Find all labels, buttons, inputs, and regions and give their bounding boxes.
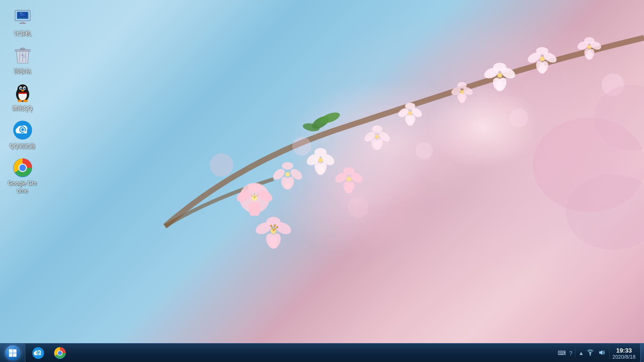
volume-tray-icon[interactable] xyxy=(597,348,606,359)
system-tray: ⌨ ? ▲ xyxy=(555,344,644,362)
svg-point-140 xyxy=(58,351,62,355)
network-tray-icon[interactable] xyxy=(586,348,595,359)
keyboard-tray-icon[interactable]: ⌨ xyxy=(557,349,567,357)
svg-point-124 xyxy=(19,165,26,171)
taskbar-pinned-items xyxy=(25,344,73,362)
desktop-background xyxy=(0,0,644,362)
clock-date: 2020/8/18 xyxy=(612,354,636,360)
taskbar-qqbrowser[interactable] xyxy=(28,344,49,362)
svg-rect-92 xyxy=(20,13,23,14)
qqbrowser-icon-image xyxy=(12,120,33,141)
svg-point-110 xyxy=(17,99,22,102)
tray-small-icons: ⌨ ? xyxy=(555,349,576,358)
svg-point-111 xyxy=(23,99,28,102)
desktop-icons: 计算机 回收站 xyxy=(5,5,40,197)
svg-rect-112 xyxy=(18,92,27,94)
svg-rect-128 xyxy=(13,353,17,357)
qqbrowser-icon[interactable]: QQ浏览器 xyxy=(5,117,40,153)
taskbar-chrome[interactable] xyxy=(50,344,70,362)
qq-icon-image xyxy=(12,82,33,103)
svg-point-141 xyxy=(590,354,591,355)
tray-show-hidden[interactable]: ▲ xyxy=(578,350,584,356)
recycle-icon[interactable]: 回收站 xyxy=(5,42,40,78)
svg-point-107 xyxy=(21,88,22,89)
svg-rect-125 xyxy=(9,349,13,353)
qqbrowser-icon-label: QQ浏览器 xyxy=(9,143,35,150)
svg-point-108 xyxy=(25,88,25,89)
svg-rect-96 xyxy=(20,48,25,50)
taskbar: ⌨ ? ▲ xyxy=(0,343,644,362)
tray-icons: ▲ xyxy=(576,348,609,359)
computer-icon-label: 计算机 xyxy=(14,30,31,38)
recycle-icon-image xyxy=(12,45,33,66)
computer-icon[interactable]: 计算机 xyxy=(5,5,40,40)
svg-point-109 xyxy=(21,90,24,91)
qq-icon[interactable]: 腾讯QQ xyxy=(5,80,40,115)
svg-rect-127 xyxy=(9,353,13,357)
show-desktop-button[interactable] xyxy=(640,344,644,362)
start-button[interactable] xyxy=(0,344,25,362)
qq-icon-label: 腾讯QQ xyxy=(12,105,33,113)
recycle-icon-label: 回收站 xyxy=(14,68,31,75)
svg-rect-93 xyxy=(21,21,24,23)
svg-rect-94 xyxy=(19,23,26,24)
svg-rect-126 xyxy=(13,349,17,353)
computer-icon-image xyxy=(12,7,33,28)
clock[interactable]: 19:33 2020/8/18 xyxy=(609,347,640,360)
chrome-icon[interactable]: Google Chrome xyxy=(5,155,40,197)
desktop: 计算机 回收站 xyxy=(0,0,644,362)
windows-orb xyxy=(5,346,20,361)
clock-time: 19:33 xyxy=(612,347,636,354)
chrome-icon-label: Google Chrome xyxy=(7,180,38,195)
chrome-icon-image xyxy=(12,157,33,178)
help-tray-icon[interactable]: ? xyxy=(568,349,573,358)
